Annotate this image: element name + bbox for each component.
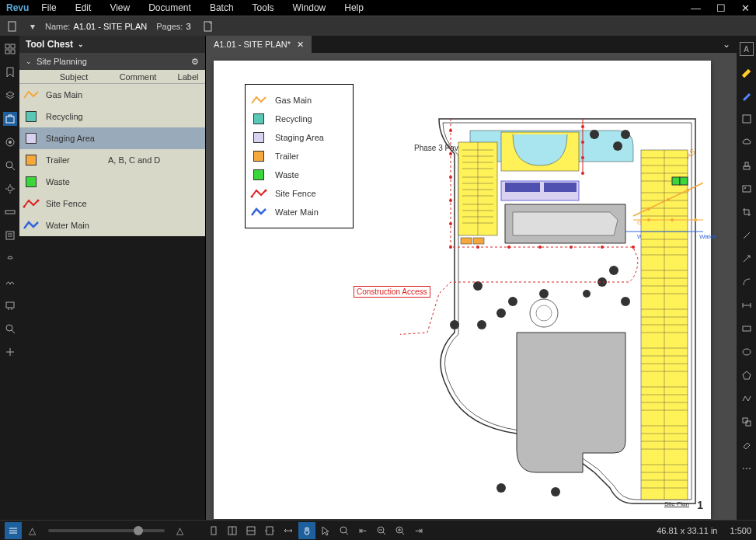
next-view-icon[interactable]: △ — [171, 522, 188, 539]
menu-help[interactable]: Help — [344, 2, 364, 13]
links-icon[interactable] — [3, 252, 17, 266]
close-icon[interactable]: ✕ — [741, 2, 750, 14]
single-page-icon[interactable] — [205, 522, 222, 539]
svg-point-84 — [450, 320, 459, 329]
prev-view-icon[interactable]: △ — [23, 522, 40, 539]
note-tool-icon[interactable] — [740, 112, 754, 126]
pan-tool-icon[interactable] — [298, 522, 315, 539]
polygon-tool-icon[interactable] — [740, 368, 754, 382]
svg-point-105 — [449, 246, 452, 249]
split-v-icon[interactable] — [224, 522, 241, 539]
measure-icon[interactable] — [3, 205, 17, 219]
tool-row[interactable]: Staging Area — [19, 127, 205, 149]
menu-window[interactable]: Window — [293, 2, 326, 13]
more-tools-icon[interactable]: ⋯ — [740, 462, 754, 476]
group-tool-icon[interactable] — [740, 415, 754, 429]
svg-point-94 — [583, 290, 591, 298]
menu-tools[interactable]: Tools — [253, 2, 274, 13]
tool-row[interactable]: Site Fence — [19, 193, 205, 214]
crop-tool-icon[interactable] — [740, 205, 754, 219]
svg-line-132 — [744, 232, 750, 239]
polyline-tool-icon[interactable] — [740, 392, 754, 406]
legend-icon — [250, 150, 267, 162]
svg-rect-144 — [211, 527, 216, 535]
menu-file[interactable]: File — [41, 2, 56, 13]
dimension-tool-icon[interactable] — [740, 298, 754, 312]
tool-row[interactable]: Waste — [19, 171, 205, 193]
stamp-tool-icon[interactable] — [740, 159, 754, 172]
fit-width-icon[interactable] — [280, 522, 297, 539]
panel-title[interactable]: Tool Chest ⌄ — [19, 36, 205, 53]
zoom-in-icon[interactable] — [392, 522, 409, 539]
menu-edit[interactable]: Edit — [75, 2, 92, 13]
arc-tool-icon[interactable] — [740, 275, 754, 289]
text-tool-icon[interactable]: A — [740, 42, 754, 56]
tab-menu-icon[interactable]: ⌄ — [716, 39, 737, 50]
svg-line-133 — [744, 256, 750, 262]
search-icon[interactable] — [3, 322, 17, 336]
eraser-tool-icon[interactable] — [740, 438, 754, 452]
zoom-out-icon[interactable] — [373, 522, 390, 539]
cloud-tool-icon[interactable] — [740, 135, 754, 149]
col-subject[interactable]: Subject — [43, 72, 105, 82]
gear-panel-icon[interactable] — [3, 182, 17, 196]
document-tab[interactable]: A1.01 - SITE PLAN* ✕ — [206, 36, 312, 53]
status-dimensions: 46.81 x 33.11 in — [657, 526, 717, 535]
col-label[interactable]: Label — [171, 72, 205, 82]
tool-row[interactable]: Recycling — [19, 106, 205, 127]
tool-row[interactable]: Water Main — [19, 214, 205, 236]
maximize-icon[interactable]: ☐ — [716, 2, 726, 14]
svg-point-85 — [477, 320, 486, 329]
ellipse-tool-icon[interactable] — [740, 345, 754, 359]
menu-batch[interactable]: Batch — [210, 2, 234, 13]
document-canvas[interactable]: Gas MainRecyclingStaging AreaTrailerWast… — [206, 53, 737, 540]
line-tool-icon[interactable] — [740, 228, 754, 242]
close-tab-icon[interactable]: ✕ — [297, 40, 304, 50]
toolchest-icon[interactable] — [3, 112, 17, 126]
add-panel-icon[interactable] — [3, 345, 17, 359]
select-tool-icon[interactable] — [317, 522, 334, 539]
section-title: Site Planning — [37, 57, 87, 66]
arrow-tool-icon[interactable] — [740, 252, 754, 266]
thumbnails-icon[interactable] — [3, 42, 17, 56]
markups-list-icon[interactable] — [5, 522, 22, 539]
pen-tool-icon[interactable] — [740, 89, 754, 103]
legend-row: Site Fence — [250, 184, 348, 203]
last-page-icon[interactable]: ⇥ — [410, 522, 427, 539]
svg-point-114 — [581, 156, 584, 159]
svg-point-111 — [632, 246, 635, 249]
tool-row[interactable]: TrailerA, B, C and D — [19, 149, 205, 171]
dropdown-icon[interactable]: ▾ — [25, 19, 40, 34]
legend-row: Waste — [250, 165, 348, 184]
new-doc-icon[interactable] — [5, 19, 20, 34]
menu-document[interactable]: Document — [148, 2, 191, 13]
layers-icon[interactable] — [3, 89, 17, 103]
highlight-tool-icon[interactable] — [740, 65, 754, 79]
svg-point-100 — [449, 129, 452, 132]
forms-icon[interactable] — [3, 228, 17, 242]
tool-row[interactable]: Gas Main — [19, 84, 205, 106]
svg-point-88 — [539, 289, 549, 298]
col-comment[interactable]: Comment — [105, 72, 171, 82]
rectangle-tool-icon[interactable] — [740, 322, 754, 336]
bookmarks-icon[interactable] — [3, 65, 17, 79]
svg-point-19 — [6, 325, 12, 331]
panel-section[interactable]: ⌄ Site Planning ⚙ — [19, 53, 205, 70]
legend-icon — [250, 131, 267, 144]
image-tool-icon[interactable] — [740, 182, 754, 196]
split-h-icon[interactable] — [242, 522, 260, 539]
zoom-tool-icon[interactable] — [336, 522, 353, 539]
search-panel-icon[interactable] — [3, 159, 17, 172]
first-page-icon[interactable]: ⇤ — [354, 522, 371, 539]
page-icon[interactable] — [200, 19, 216, 34]
gear-icon[interactable]: ⚙ — [191, 57, 199, 67]
app-name: Revu — [6, 2, 29, 13]
menu-view[interactable]: View — [110, 2, 130, 13]
studio-icon[interactable] — [3, 298, 17, 312]
properties-icon[interactable] — [3, 135, 17, 149]
legend-label: Waste — [275, 170, 299, 179]
zoom-slider[interactable] — [48, 529, 165, 532]
minimize-icon[interactable]: — — [691, 2, 701, 14]
fit-page-icon[interactable] — [261, 522, 278, 539]
signatures-icon[interactable] — [3, 275, 17, 289]
